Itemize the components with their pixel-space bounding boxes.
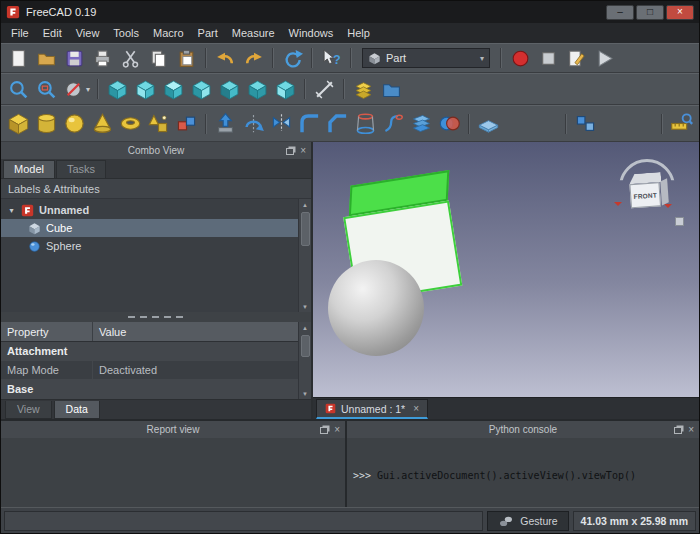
save-button[interactable] xyxy=(61,45,88,71)
menu-file[interactable]: File xyxy=(4,25,36,41)
create-group-button[interactable] xyxy=(378,76,405,102)
close-button[interactable]: × xyxy=(666,5,694,20)
close-panel-icon[interactable]: × xyxy=(688,425,694,435)
bottom-view-button[interactable] xyxy=(244,76,271,102)
navigation-cube[interactable]: FRONT xyxy=(612,162,684,228)
3d-view[interactable]: FRONT xyxy=(313,142,699,397)
navcube-mini-cube-icon[interactable] xyxy=(675,217,684,226)
python-console-content[interactable]: >>> Gui.activeDocument().activeView().vi… xyxy=(347,438,699,507)
chamfer-button[interactable] xyxy=(324,111,351,137)
cross-sections-button[interactable] xyxy=(408,111,435,137)
scroll-down-icon[interactable]: ▼ xyxy=(299,301,311,312)
cut-button[interactable] xyxy=(117,45,144,71)
rotate-left-icon[interactable] xyxy=(614,202,622,210)
tree-scrollbar[interactable]: ▲ ▼ xyxy=(298,199,311,312)
menu-help[interactable]: Help xyxy=(340,25,377,41)
python-console-titlebar[interactable]: Python console × xyxy=(347,421,699,438)
revolve-button[interactable] xyxy=(240,111,267,137)
thickness-button[interactable] xyxy=(475,111,502,137)
scroll-down-icon[interactable]: ▼ xyxy=(299,388,311,399)
edit-macro-button[interactable] xyxy=(563,45,590,71)
box-primitive-button[interactable] xyxy=(5,111,32,137)
maximize-button[interactable]: □ xyxy=(636,5,664,20)
scroll-thumb[interactable] xyxy=(301,335,310,357)
splitter-handle[interactable] xyxy=(1,312,311,322)
mirror-button[interactable] xyxy=(268,111,295,137)
menu-macro[interactable]: Macro xyxy=(146,25,191,41)
menu-view[interactable]: View xyxy=(69,25,107,41)
scroll-thumb[interactable] xyxy=(301,212,310,246)
titlebar[interactable]: FreeCAD 0.19 – □ × xyxy=(1,1,699,23)
stop-macro-button[interactable] xyxy=(535,45,562,71)
gesture-button[interactable]: Gesture xyxy=(487,511,568,531)
print-button[interactable] xyxy=(89,45,116,71)
cylinder-primitive-button[interactable] xyxy=(33,111,60,137)
tab-view[interactable]: View xyxy=(5,401,52,419)
scroll-up-icon[interactable]: ▲ xyxy=(299,322,311,333)
property-value[interactable]: Deactivated xyxy=(93,361,298,379)
extrude-button[interactable] xyxy=(212,111,239,137)
redo-button[interactable] xyxy=(240,45,267,71)
measure-linear-button[interactable] xyxy=(668,111,695,137)
whats-this-button[interactable]: ? xyxy=(318,45,345,71)
menu-edit[interactable]: Edit xyxy=(36,25,69,41)
tab-tasks[interactable]: Tasks xyxy=(56,160,106,178)
measure-distance-button[interactable] xyxy=(311,76,338,102)
draw-style-button[interactable] xyxy=(61,76,88,102)
close-panel-icon[interactable]: × xyxy=(300,146,306,156)
open-file-button[interactable] xyxy=(33,45,60,71)
top-view-button[interactable] xyxy=(160,76,187,102)
axonometric-view-button[interactable] xyxy=(104,76,131,102)
left-view-button[interactable] xyxy=(272,76,299,102)
right-view-button[interactable] xyxy=(188,76,215,102)
minimize-button[interactable]: – xyxy=(606,5,634,20)
zoom-box-button[interactable] xyxy=(33,76,60,102)
primitives-dialog-button[interactable] xyxy=(145,111,172,137)
property-row[interactable]: Map Mode Deactivated xyxy=(1,361,298,380)
property-group-row[interactable]: Attachment xyxy=(1,342,298,361)
navcube-front-face[interactable]: FRONT xyxy=(629,182,661,208)
compound-tools-button[interactable] xyxy=(572,111,599,137)
fit-all-button[interactable] xyxy=(5,76,32,102)
tab-close-icon[interactable]: × xyxy=(413,403,419,414)
rear-view-button[interactable] xyxy=(216,76,243,102)
loft-button[interactable] xyxy=(352,111,379,137)
sphere-primitive-button[interactable] xyxy=(61,111,88,137)
copy-button[interactable] xyxy=(145,45,172,71)
sweep-button[interactable] xyxy=(380,111,407,137)
tree-item-document[interactable]: ▾ Unnamed xyxy=(1,201,298,219)
tab-data[interactable]: Data xyxy=(54,401,100,419)
torus-primitive-button[interactable] xyxy=(117,111,144,137)
paste-button[interactable] xyxy=(173,45,200,71)
property-group-row[interactable]: Base xyxy=(1,380,298,399)
record-macro-button[interactable] xyxy=(507,45,534,71)
front-view-button[interactable] xyxy=(132,76,159,102)
navcube-right-face[interactable] xyxy=(660,178,668,205)
undo-button[interactable] xyxy=(212,45,239,71)
float-panel-icon[interactable] xyxy=(674,427,682,434)
float-panel-icon[interactable] xyxy=(286,148,294,155)
draw-style-dropdown-icon[interactable]: ▾ xyxy=(86,85,90,94)
menu-measure[interactable]: Measure xyxy=(225,25,282,41)
menu-windows[interactable]: Windows xyxy=(282,25,341,41)
float-panel-icon[interactable] xyxy=(320,427,328,434)
close-panel-icon[interactable]: × xyxy=(334,425,340,435)
menu-tools[interactable]: Tools xyxy=(106,25,146,41)
execute-macro-button[interactable] xyxy=(591,45,618,71)
boolean-button[interactable] xyxy=(436,111,463,137)
tab-model[interactable]: Model xyxy=(3,160,55,178)
scroll-up-icon[interactable]: ▲ xyxy=(299,199,311,210)
cone-primitive-button[interactable] xyxy=(89,111,116,137)
tree-item-sphere[interactable]: Sphere xyxy=(1,237,298,255)
report-view-titlebar[interactable]: Report view × xyxy=(1,421,345,438)
menu-part[interactable]: Part xyxy=(191,25,225,41)
property-scrollbar[interactable]: ▲ ▼ xyxy=(298,322,311,399)
create-part-button[interactable] xyxy=(350,76,377,102)
document-tab[interactable]: Unnamed : 1* × xyxy=(316,399,428,419)
workbench-selector[interactable]: Part ▾ xyxy=(362,48,490,68)
sphere-object[interactable] xyxy=(328,260,424,356)
combo-view-titlebar[interactable]: Combo View × xyxy=(1,142,311,159)
caret-down-icon[interactable]: ▾ xyxy=(7,206,16,215)
fillet-button[interactable] xyxy=(296,111,323,137)
shape-builder-button[interactable] xyxy=(173,111,200,137)
